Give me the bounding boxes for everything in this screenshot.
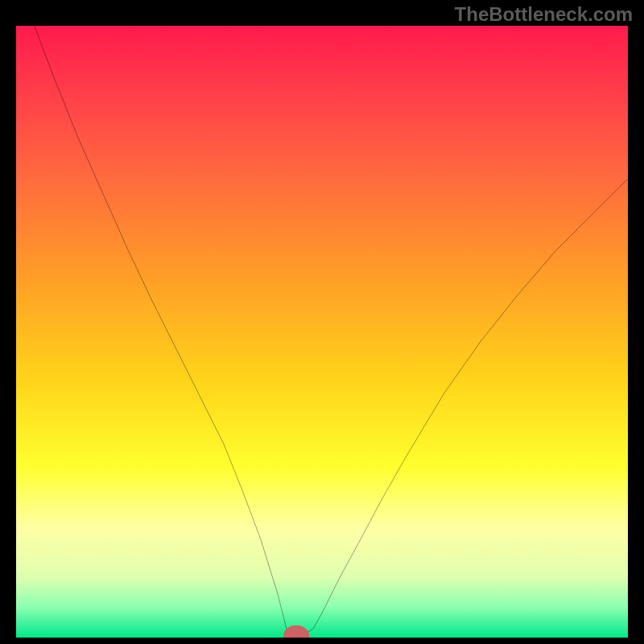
- watermark-label: TheBottleneck.com: [455, 3, 633, 26]
- chart-frame: TheBottleneck.com: [0, 0, 644, 644]
- curve-minimum-marker: [287, 629, 306, 638]
- plot-svg: [16, 26, 628, 638]
- bottleneck-curve: [35, 26, 628, 636]
- plot-area: [16, 26, 628, 638]
